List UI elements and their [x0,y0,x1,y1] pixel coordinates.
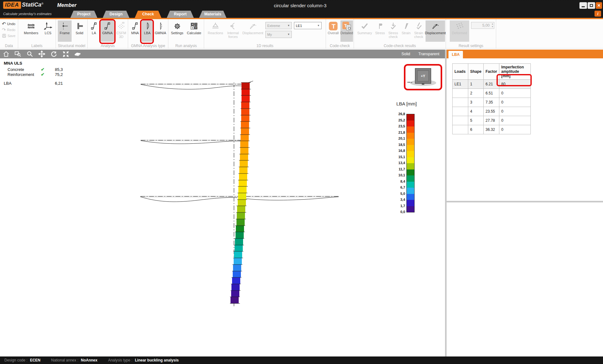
ribbon-group-1d-results: Reactions Internal forces Displacement E… [204,19,326,49]
app-tagline: Calculate yesterday's estimates [3,12,52,16]
detailed-button[interactable]: T Detailed [340,20,353,42]
logo-statica: StatiCa [22,2,41,8]
model-drawing [0,58,445,356]
tab-project[interactable]: Project [70,11,97,18]
tab-materials[interactable]: Materials [199,11,226,18]
home-view-button[interactable] [0,50,12,58]
lba-results-table: Loads Shape Factor Imperfection amplitud… [452,63,531,134]
table-row[interactable]: LE1 1 6.21 80 [453,80,531,89]
floor-level-1 [141,81,253,89]
displacement-1d-button[interactable]: Displacement [242,20,264,42]
stress-button[interactable]: Stress [374,20,386,42]
imperfection-amplitude-cell[interactable]: 80 [499,80,531,89]
zoom-window-button[interactable] [12,50,24,58]
tab-check[interactable]: Check [135,11,161,18]
summary-row-concrete: Concrete ✔ 85,3 [4,67,63,72]
ribbon-group-result-settings: Deformed 5,00 ▲▼ Result settings [446,19,496,49]
settings-button[interactable]: Settings [170,20,185,42]
table-row[interactable]: 4 23.55 0 [453,107,531,116]
dropdown-arrow-icon: ▼ [287,33,290,36]
calculate-button[interactable]: +−×÷ Calculate [185,20,203,42]
zoom-fit-button[interactable] [60,50,72,58]
strain-check-button[interactable]: Strain check [412,20,425,42]
load-case-dropdown[interactable]: LE1▼ [294,22,322,29]
group-label-run-analysis: Run analysis [168,44,204,48]
ribbon-group-structural-model: Frame Solid Structural model [56,19,88,49]
lcs-button[interactable]: LCS [42,20,54,42]
gmna-button[interactable]: GMNA [100,20,114,42]
rotate-button[interactable] [48,50,60,58]
view-cube[interactable]: +Y [405,66,441,89]
la-icon [90,21,98,31]
buckled-column-result [230,83,251,303]
minimize-button[interactable] [579,2,587,9]
clipping-box-button[interactable] [72,50,84,58]
tab-design[interactable]: Design [103,11,129,18]
csfm-3d-button[interactable]: 3D CSFM 3D [115,20,128,42]
lba-button[interactable]: LBA [142,20,153,42]
strain-button[interactable]: Strain [400,20,412,42]
dropdown-arrow-icon: ▼ [287,24,290,27]
group-label-labels: Labels [18,44,56,48]
pan-button[interactable] [36,50,48,58]
undo-button[interactable]: ↶Undo [2,22,15,26]
svg-text:+: + [192,23,193,26]
redo-button[interactable]: ↷Redo [2,28,15,32]
maximize-button[interactable] [588,2,595,9]
stress-check-icon [389,21,397,31]
tab-report[interactable]: Report [167,11,194,18]
members-icon [27,21,35,31]
title-bar: IDEAStatiCa® Member Calculate yesterday'… [0,0,603,18]
close-button[interactable]: ✕ [596,2,602,9]
group-label-structural-model: Structural model [56,44,87,48]
table-row[interactable]: 5 27.78 0 [453,116,531,125]
tab-lba-results[interactable]: LBA [448,51,463,58]
reactions-icon [211,21,220,31]
group-label-analysis: Analysis [88,44,128,48]
ribbon-group-run-analysis: Settings +−×÷ Calculate Run analysis [168,19,204,49]
frame-button[interactable]: Frame [58,20,72,42]
table-row[interactable]: 6 36.32 0 [453,125,531,134]
deformed-icon [455,21,464,31]
table-row[interactable]: 2 6.51 0 [453,89,531,98]
summary-button[interactable]: Summary [356,20,373,42]
save-button[interactable]: Save [2,34,15,38]
model-viewport[interactable]: MNA ULS Concrete ✔ 85,3 Reinforcement ✔ … [0,58,445,356]
transparent-view-button[interactable]: Transparent [418,52,439,56]
col-header-imperfection[interactable]: Imperfection amplitude [mm] [499,64,531,80]
view-cube-face-label: +Y [421,74,425,78]
ribbon-group-code-check-results: Summary Stress Stress check Strain Strai… [354,19,446,49]
group-label-code-check: Code-check [326,44,354,48]
ribbon-group-code-check: T Overall T Detailed Code-check [326,19,354,49]
solid-button[interactable]: Solid [73,20,86,42]
table-row[interactable]: 3 7.35 0 [453,98,531,107]
stress-check-button[interactable]: Stress check [387,20,400,42]
results-panel-divider[interactable] [447,201,603,202]
reactions-button[interactable]: Reactions [207,20,224,42]
deformed-scale-input[interactable]: 5,00 ▲▼ [471,22,494,29]
extreme-dropdown[interactable]: Extreme▼ [265,22,292,29]
design-code-value: ECEN [30,358,40,362]
mna-button[interactable]: MNA [129,20,141,42]
displacement-result-button[interactable]: Displacement [426,20,445,42]
group-label-1d-results: 1D results [204,44,326,48]
col-header-loads[interactable]: Loads [453,64,468,80]
col-header-factor[interactable]: Factor [484,64,499,80]
deformed-button[interactable]: Deformed [450,20,469,42]
zoom-button[interactable] [24,50,36,58]
overall-button[interactable]: T Overall [327,20,340,42]
solid-view-button[interactable]: Solid [401,52,410,56]
info-button[interactable]: i [595,11,601,17]
status-bar: Design code : ECEN National annex : NoAn… [0,356,603,364]
internal-forces-button[interactable]: Internal forces [225,20,241,42]
col-header-shape[interactable]: Shape [468,64,484,80]
svg-text:÷: ÷ [195,26,197,29]
members-button[interactable]: Members [22,20,40,42]
spinner-arrows-icon[interactable]: ▲▼ [492,23,493,28]
group-label-gmna-analysis-type: GMNA Analysis type [128,44,168,48]
ribbon-group-gmna-analysis-type: MNA LBA GMNIA GMNA Analysis type [128,19,168,49]
my-dropdown[interactable]: My▼ [265,31,292,38]
gmnia-button[interactable]: GMNIA [153,20,168,42]
minimize-icon [582,6,585,7]
la-button[interactable]: LA [89,20,99,42]
